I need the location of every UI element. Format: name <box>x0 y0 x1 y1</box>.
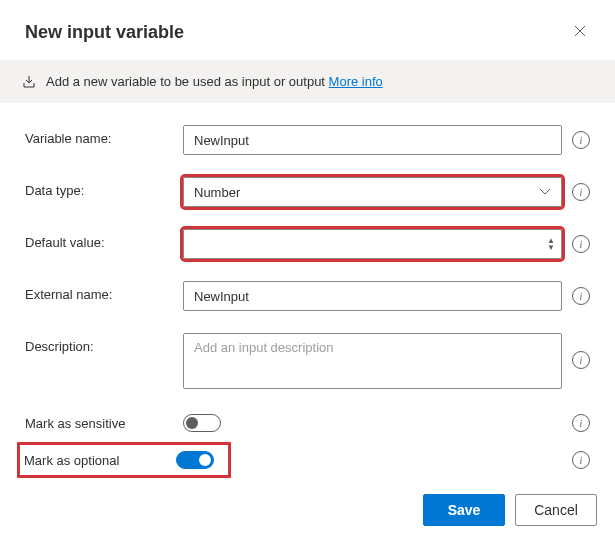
label-description: Description: <box>25 333 173 354</box>
label-data-type: Data type: <box>25 177 173 198</box>
save-button[interactable]: Save <box>423 494 505 526</box>
spinner-down-icon: ▼ <box>547 244 555 251</box>
row-description: Description: i <box>25 333 590 392</box>
mark-optional-toggle[interactable] <box>176 451 214 469</box>
label-external-name: External name: <box>25 281 173 302</box>
row-external-name: External name: i <box>25 281 590 311</box>
dialog-footer: Save Cancel <box>423 494 597 526</box>
row-mark-sensitive: Mark as sensitive i <box>25 414 590 432</box>
number-spinner[interactable]: ▲ ▼ <box>547 237 555 251</box>
info-icon[interactable]: i <box>572 235 590 253</box>
import-icon <box>22 75 36 89</box>
mark-sensitive-toggle[interactable] <box>183 414 221 432</box>
label-variable-name: Variable name: <box>25 125 173 146</box>
form-body: Variable name: i Data type: Number i Def… <box>0 103 615 498</box>
label-mark-optional: Mark as optional <box>24 453 176 468</box>
data-type-value: Number <box>194 185 240 200</box>
info-icon[interactable]: i <box>572 351 590 369</box>
info-icon[interactable]: i <box>572 414 590 432</box>
close-icon <box>574 24 586 40</box>
label-mark-sensitive: Mark as sensitive <box>25 416 173 431</box>
row-variable-name: Variable name: i <box>25 125 590 155</box>
info-icon[interactable]: i <box>572 287 590 305</box>
variable-name-input[interactable] <box>183 125 562 155</box>
row-default-value: Default value: ▲ ▼ i <box>25 229 590 259</box>
external-name-input[interactable] <box>183 281 562 311</box>
more-info-link[interactable]: More info <box>329 74 383 89</box>
toggle-knob <box>186 417 198 429</box>
cancel-button[interactable]: Cancel <box>515 494 597 526</box>
new-input-variable-dialog: New input variable Add a new variable to… <box>0 0 615 498</box>
banner-text: Add a new variable to be used as input o… <box>46 74 383 89</box>
toggle-knob <box>199 454 211 466</box>
info-banner: Add a new variable to be used as input o… <box>0 60 615 103</box>
info-icon[interactable]: i <box>572 451 590 469</box>
dialog-title: New input variable <box>25 22 184 43</box>
row-data-type: Data type: Number i <box>25 177 590 207</box>
data-type-select[interactable]: Number <box>183 177 562 207</box>
info-icon[interactable]: i <box>572 131 590 149</box>
dialog-header: New input variable <box>0 0 615 60</box>
default-value-input[interactable]: ▲ ▼ <box>183 229 562 259</box>
mark-optional-highlight: Mark as optional <box>17 442 231 478</box>
row-mark-optional: Mark as optional i <box>25 450 590 470</box>
chevron-down-icon <box>539 186 551 198</box>
close-button[interactable] <box>570 20 590 44</box>
info-icon[interactable]: i <box>572 183 590 201</box>
description-textarea[interactable] <box>183 333 562 389</box>
label-default-value: Default value: <box>25 229 173 250</box>
